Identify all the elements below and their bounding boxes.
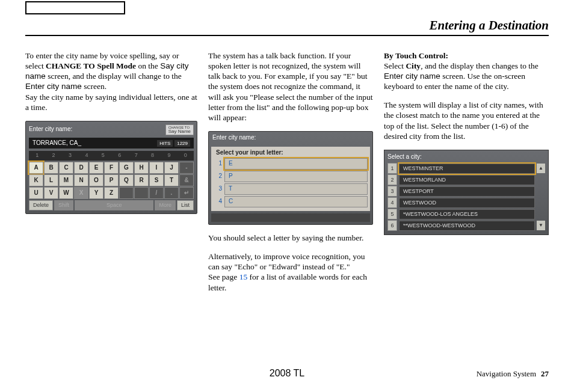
key-blank1: [119, 187, 134, 199]
key-b[interactable]: B: [44, 162, 58, 174]
header-empty-box: [25, 1, 125, 14]
delete-button[interactable]: Delete: [29, 200, 53, 211]
popup-item-3[interactable]: T: [224, 183, 368, 195]
column-2: The system has a talk back function. If …: [208, 42, 373, 301]
number-row: 1234567890: [29, 151, 194, 161]
column-1: To enter the city name by voice spelling…: [25, 42, 197, 301]
col2-para2: You should select a letter by saying the…: [208, 233, 373, 243]
key-k[interactable]: K: [29, 174, 43, 186]
key-z[interactable]: Z: [104, 187, 119, 199]
scr-title-text: Enter city name:: [29, 126, 72, 133]
list-button[interactable]: List: [177, 200, 194, 211]
key-h[interactable]: H: [134, 162, 149, 174]
key-o[interactable]: O: [89, 174, 103, 186]
key-y[interactable]: Y: [89, 187, 103, 199]
header-rule: [25, 35, 549, 36]
key-a[interactable]: A: [29, 162, 43, 174]
popup-item-1[interactable]: E: [224, 158, 368, 170]
key-j[interactable]: J: [164, 162, 179, 174]
popup-item-2[interactable]: P: [224, 171, 368, 182]
key-enter[interactable]: ↵: [179, 187, 194, 199]
input-value: TORRANCE, CA_: [32, 139, 81, 147]
key-w[interactable]: W: [59, 187, 73, 199]
keyboard-screenshot: Enter city name: CHANGE TOSay Name TORRA…: [25, 121, 197, 215]
more-button[interactable]: More: [155, 200, 176, 211]
popup-item-4[interactable]: C: [224, 196, 368, 207]
city-item-2[interactable]: WESTMORLAND: [399, 175, 535, 186]
col1-para1: To enter the city name by voice spelling…: [25, 51, 197, 113]
key-d[interactable]: D: [74, 162, 88, 174]
say-name-button[interactable]: CHANGE TOSay Name: [165, 124, 194, 135]
footer-model: 2008 TL: [270, 368, 304, 379]
key-dot[interactable]: .: [164, 187, 179, 199]
city-item-5[interactable]: *WESTWOOD-LOS ANGELES: [399, 209, 535, 220]
up-arrow-icon[interactable]: ▲: [537, 164, 545, 173]
col2-para3: Alternatively, to improve voice recognit…: [208, 251, 373, 293]
key-f[interactable]: F: [104, 162, 119, 174]
column-3: By Touch Control: Select City, and the d…: [384, 42, 549, 301]
key-dash[interactable]: -: [179, 162, 194, 174]
city-item-1[interactable]: WESTMINSTER: [399, 164, 535, 174]
page-link-15[interactable]: 15: [239, 272, 248, 281]
key-blank2: [134, 187, 149, 199]
key-amp[interactable]: &: [179, 174, 194, 186]
popup-screenshot: Enter city name: Select your input lette…: [208, 131, 373, 225]
key-r[interactable]: R: [134, 174, 149, 186]
key-l[interactable]: L: [44, 174, 58, 186]
down-arrow-icon[interactable]: ▼: [537, 221, 545, 230]
city-item-4[interactable]: WESTWOOD: [399, 198, 535, 209]
key-i[interactable]: I: [149, 162, 164, 174]
key-x[interactable]: X: [74, 187, 88, 199]
key-s[interactable]: S: [149, 174, 164, 186]
popup-title: Select your input letter:: [214, 149, 368, 157]
key-n[interactable]: N: [74, 174, 88, 186]
col3-para1: By Touch Control: Select City, and the d…: [384, 51, 549, 92]
key-g[interactable]: G: [119, 162, 134, 174]
shift-button[interactable]: Shift: [54, 200, 73, 211]
key-slash[interactable]: /: [149, 187, 164, 199]
key-p[interactable]: P: [104, 174, 119, 186]
citylist-title: Select a city:: [387, 153, 545, 161]
key-v[interactable]: V: [44, 187, 58, 199]
key-t[interactable]: T: [164, 174, 179, 186]
col3-para2: The system will display a list of city n…: [384, 100, 549, 141]
content-columns: To enter the city name by voice spelling…: [25, 42, 549, 301]
key-e[interactable]: E: [89, 162, 103, 174]
key-q[interactable]: Q: [119, 174, 134, 186]
citylist-screenshot: Select a city: 1WESTMINSTER▲ 2WESTMORLAN…: [384, 150, 549, 236]
footer-right: Navigation System27: [477, 369, 549, 379]
page-title: Entering a Destination: [430, 18, 549, 33]
col2-para1: The system has a talk back function. If …: [208, 51, 373, 123]
key-m[interactable]: M: [59, 174, 73, 186]
city-item-6[interactable]: **WESTWOOD-WESTWOOD: [399, 221, 535, 231]
space-button[interactable]: Space: [75, 200, 153, 211]
city-item-3[interactable]: WESTPORT: [399, 186, 535, 197]
key-u[interactable]: U: [29, 187, 43, 199]
key-c[interactable]: C: [59, 162, 73, 174]
